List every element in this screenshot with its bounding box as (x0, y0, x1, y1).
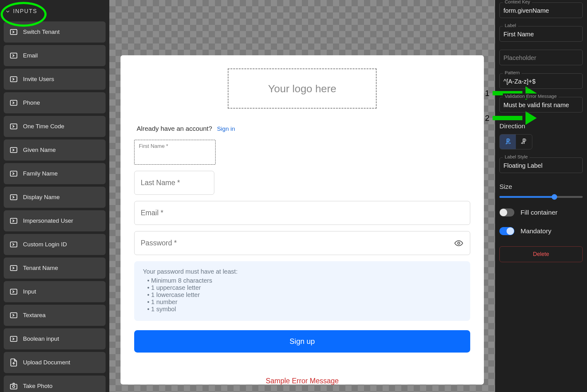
input-icon (9, 217, 18, 225)
sidebar-item-given-name[interactable]: Given Name (4, 139, 106, 161)
sidebar-item-display-name[interactable]: Display Name (4, 187, 106, 208)
logo-placeholder-text: Your logo here (268, 83, 336, 95)
eye-icon[interactable] (454, 239, 463, 248)
label-style-value: Floating Label (503, 162, 579, 170)
pattern-field-value: ^[A-Za-z]+$ (503, 78, 579, 85)
chevron-down-icon (5, 9, 11, 14)
sidebar-section-label: INPUTS (13, 8, 37, 15)
direction-toggle (499, 134, 532, 149)
svg-point-17 (458, 242, 460, 244)
mandatory-row: Mandatory (499, 227, 583, 235)
input-icon (9, 122, 18, 131)
rtl-icon (520, 138, 528, 145)
validation-error-label: Validation Error Message (503, 93, 558, 99)
input-icon (9, 146, 18, 154)
password-field[interactable]: Password * (134, 231, 470, 255)
pw-hint-item: 1 lowercase letter (147, 291, 462, 299)
pw-hint-item: 1 number (147, 299, 462, 306)
sidebar-item-textarea[interactable]: Textarea (4, 305, 106, 326)
context-key-field[interactable]: Context Key form.givenName (499, 2, 583, 18)
slider-fill (499, 196, 554, 198)
sidebar-item-label: Phone (23, 99, 40, 106)
mandatory-label: Mandatory (521, 227, 551, 235)
pattern-field[interactable]: Pattern ^[A-Za-z]+$ (499, 73, 583, 89)
signin-link[interactable]: Sign in (217, 125, 235, 132)
input-icon (9, 51, 18, 60)
sidebar-item-take-photo[interactable]: Take Photo (4, 376, 106, 392)
form-card[interactable]: Your logo here Already have an account? … (121, 55, 484, 385)
input-icon (9, 169, 18, 178)
pw-hint-item: Minimum 8 characters (147, 277, 462, 284)
input-icon (9, 98, 18, 107)
sidebar-item-family-name[interactable]: Family Name (4, 163, 106, 184)
first-name-label: First Name * (139, 143, 211, 149)
sidebar-item-label: Boolean input (23, 335, 59, 342)
label-field-value: First Name (503, 31, 579, 38)
sidebar-item-invite-users[interactable]: Invite Users (4, 69, 106, 90)
signin-row: Already have an account? Sign in (134, 125, 470, 132)
sidebar-item-label: Custom Login ID (23, 241, 67, 248)
first-name-field[interactable]: First Name * (134, 140, 216, 165)
input-icon (9, 240, 18, 249)
upload-icon (9, 358, 18, 367)
mandatory-toggle[interactable] (499, 227, 514, 235)
logo-placeholder[interactable]: Your logo here (228, 68, 377, 109)
direction-rtl-button[interactable] (516, 134, 532, 149)
sidebar-item-input[interactable]: Input (4, 281, 106, 302)
sidebar-item-custom-login-id[interactable]: Custom Login ID (4, 234, 106, 255)
sidebar-item-switch-tenant[interactable]: Switch Tenant (4, 21, 106, 43)
annotation-arrow-2: 2 (485, 111, 537, 125)
context-key-label: Context Key (503, 0, 532, 4)
sidebar-item-impersonated-user[interactable]: Impersonated User (4, 210, 106, 231)
sidebar-item-label: Family Name (23, 170, 58, 177)
input-icon (9, 264, 18, 272)
sidebar-item-label: Invite Users (23, 76, 54, 83)
canvas[interactable]: Your logo here Already have an account? … (109, 0, 495, 392)
pattern-field-label: Pattern (503, 70, 521, 75)
sidebar-item-label: One Time Code (23, 123, 64, 130)
annotation-arrow-head (526, 111, 537, 125)
password-hints-header: Your password must have at least: (143, 268, 462, 275)
sidebar-item-label: Input (23, 288, 36, 295)
sidebar-item-label: Tenant Name (23, 265, 58, 271)
ltr-icon (504, 138, 512, 145)
label-style-field[interactable]: Label Style Floating Label (499, 157, 583, 173)
direction-ltr-button[interactable] (500, 134, 516, 149)
slider-thumb[interactable] (552, 194, 557, 200)
label-style-label: Label Style (503, 154, 530, 159)
last-name-field[interactable]: Last Name * (134, 171, 214, 195)
size-label: Size (499, 183, 583, 190)
input-icon (9, 75, 18, 84)
placeholder-field[interactable]: Placeholder (499, 50, 583, 65)
input-icon (9, 28, 18, 36)
signup-button[interactable]: Sign up (134, 330, 470, 353)
sidebar-item-one-time-code[interactable]: One Time Code (4, 116, 106, 137)
sidebar-item-boolean-input[interactable]: Boolean input (4, 328, 106, 349)
properties-panel: Context Key form.givenName Label First N… (495, 0, 587, 392)
sidebar: INPUTS Switch Tenant Email Invite Users … (0, 0, 109, 392)
input-icon (9, 335, 18, 343)
validation-error-field[interactable]: Validation Error Message Must be valid f… (499, 97, 583, 112)
input-icon (9, 193, 18, 202)
pw-hint-item: 1 uppercase letter (147, 284, 462, 291)
validation-error-value: Must be valid first name (503, 102, 579, 109)
sidebar-item-upload-document[interactable]: Upload Document (4, 352, 106, 373)
annotation-number: 1 (485, 89, 489, 98)
delete-button[interactable]: Delete (499, 246, 583, 262)
fill-container-toggle[interactable] (499, 208, 514, 217)
fill-container-label: Fill container (521, 209, 557, 216)
sample-error-message: Sample Error Message (134, 377, 470, 385)
label-field[interactable]: Label First Name (499, 26, 583, 42)
size-slider[interactable] (499, 196, 583, 198)
email-field[interactable]: Email * (134, 201, 470, 225)
last-name-label: Last Name * (141, 179, 180, 187)
sidebar-item-email[interactable]: Email (4, 45, 106, 66)
svg-rect-14 (11, 384, 17, 389)
sidebar-section-inputs[interactable]: INPUTS (4, 4, 106, 19)
annotation-arrow-bar (493, 116, 522, 120)
label-field-label: Label (503, 23, 518, 28)
sidebar-item-phone[interactable]: Phone (4, 92, 106, 113)
sidebar-item-label: Take Photo (23, 383, 52, 390)
password-hints: Your password must have at least: Minimu… (134, 261, 470, 321)
sidebar-item-tenant-name[interactable]: Tenant Name (4, 258, 106, 279)
